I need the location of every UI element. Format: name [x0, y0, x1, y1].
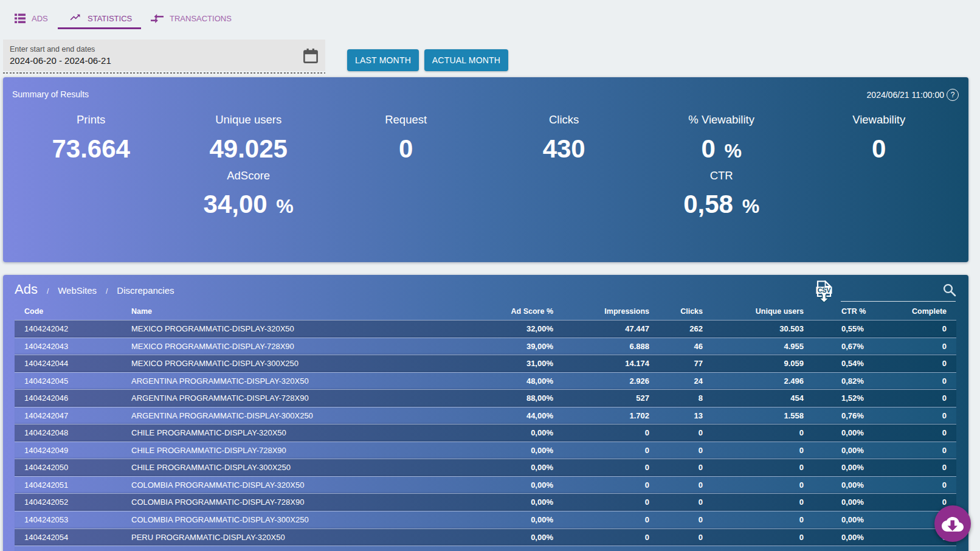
svg-text:CSV: CSV	[818, 286, 832, 294]
